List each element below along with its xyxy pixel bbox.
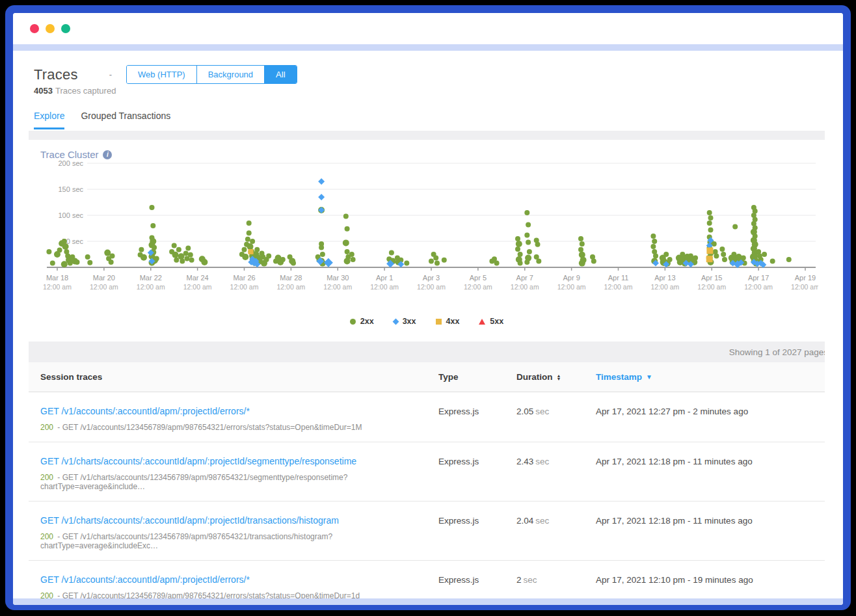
sort-both-icon: ▲▼	[557, 374, 561, 381]
trace-detail: 200 - GET /v1/accounts/123456789/apm/987…	[40, 591, 438, 598]
trace-cluster-chart: 200 sec150 sec100 sec50 secMar 1812:00 a…	[35, 161, 818, 312]
column-label: Type	[438, 372, 459, 382]
titlebar[interactable]	[13, 13, 843, 44]
pagination-text: Showing 1 of 2027 pages	[729, 347, 825, 357]
timestamp-cell: Apr 17, 2021 12:18 pm - 11 minutes ago	[596, 515, 825, 526]
duration-value: 2.43	[516, 457, 533, 466]
duration-cell: 2sec	[516, 574, 596, 585]
table-body: GET /v1/accounts/:accountId/apm/:project…	[29, 392, 825, 598]
svg-text:Mar 30: Mar 30	[327, 274, 349, 282]
tab-bar: ExploreGrouped Transactions	[29, 111, 825, 129]
status-code-badge: 200	[40, 473, 53, 482]
trace-link[interactable]: GET /v1/accounts/:accountId/apm/:project…	[40, 574, 250, 585]
series-2xx-points[interactable]	[46, 205, 791, 267]
legend-label: 4xx	[446, 317, 460, 326]
svg-text:12:00 am: 12:00 am	[511, 283, 539, 291]
table-row[interactable]: GET /v1/accounts/:accountId/apm/:project…	[29, 392, 825, 442]
square-marker-icon	[436, 319, 442, 325]
svg-text:12:00 am: 12:00 am	[43, 283, 72, 291]
chart-title: Trace Cluster	[40, 149, 98, 160]
column-header-duration[interactable]: Duration▲▼	[516, 372, 596, 382]
duration-cell: 2.43sec	[516, 455, 596, 466]
svg-text:12:00 am: 12:00 am	[90, 283, 118, 291]
table-row[interactable]: GET /v1/charts/accounts/:accountId/apm/:…	[29, 442, 825, 502]
legend-item-5xx[interactable]: 5xx	[479, 317, 503, 326]
svg-text:12:00 am: 12:00 am	[464, 283, 492, 291]
column-header-timestamp[interactable]: Timestamp▼	[596, 372, 825, 382]
svg-text:Apr 7: Apr 7	[516, 274, 533, 282]
svg-text:150 sec: 150 sec	[58, 185, 83, 193]
timestamp-cell: Apr 17, 2021 12:10 pm - 19 minutes ago	[596, 574, 825, 585]
duration-unit: sec	[535, 516, 549, 526]
filter-button-background[interactable]: Background	[197, 66, 265, 83]
type-cell: Express.js	[438, 405, 516, 416]
svg-text:Mar 22: Mar 22	[140, 274, 162, 282]
svg-text:12:00 am: 12:00 am	[604, 283, 633, 291]
table-row[interactable]: GET /v1/charts/accounts/:accountId/apm/:…	[29, 502, 825, 561]
svg-text:Mar 18: Mar 18	[46, 274, 68, 282]
legend-item-4xx[interactable]: 4xx	[436, 317, 460, 326]
filter-button-all[interactable]: All	[265, 66, 296, 83]
trace-detail: 200 - GET /v1/accounts/123456789/apm/987…	[40, 423, 438, 432]
table-row[interactable]: GET /v1/accounts/:accountId/apm/:project…	[29, 561, 825, 598]
sort-desc-icon: ▼	[646, 373, 652, 381]
svg-text:Apr 15: Apr 15	[701, 274, 722, 282]
svg-text:200 sec: 200 sec	[58, 161, 83, 167]
column-label: Duration	[516, 372, 553, 382]
traces-count: 4053	[34, 86, 53, 96]
duration-cell: 2.05sec	[516, 405, 596, 416]
trace-cell: GET /v1/accounts/:accountId/apm/:project…	[40, 574, 438, 598]
session-traces-table: Session tracesTypeDuration▲▼Timestamp▼ G…	[29, 362, 825, 598]
trace-link[interactable]: GET /v1/charts/accounts/:accountId/apm/:…	[40, 515, 339, 526]
svg-text:12:00 am: 12:00 am	[697, 283, 726, 291]
svg-text:Apr 17: Apr 17	[748, 274, 769, 282]
duration-value: 2	[516, 575, 522, 585]
duration-unit: sec	[535, 407, 549, 416]
duration-unit: sec	[524, 575, 537, 585]
gray-backdrop: Trace Cluster i 200 sec150 sec100 sec50 …	[29, 131, 825, 598]
svg-text:100 sec: 100 sec	[58, 211, 83, 219]
column-label: Session traces	[40, 372, 102, 382]
legend-item-3xx[interactable]: 3xx	[394, 317, 416, 326]
top-divider-strip	[13, 44, 843, 51]
legend-item-2xx[interactable]: 2xx	[350, 317, 374, 326]
svg-text:12:00 am: 12:00 am	[276, 283, 305, 291]
svg-text:12:00 am: 12:00 am	[417, 283, 446, 291]
status-code-badge: 200	[40, 423, 53, 432]
tab-grouped-transactions[interactable]: Grouped Transactions	[81, 111, 170, 129]
trace-link[interactable]: GET /v1/accounts/:accountId/apm/:project…	[40, 406, 250, 416]
svg-text:Mar 24: Mar 24	[187, 274, 209, 282]
svg-text:12:00 am: 12:00 am	[370, 283, 399, 291]
status-code-badge: 200	[40, 591, 53, 598]
close-traffic-light-icon[interactable]	[30, 24, 39, 33]
timestamp-cell: Apr 17, 2021 12:18 pm - 11 minutes ago	[596, 455, 825, 466]
svg-text:12:00 am: 12:00 am	[230, 283, 259, 291]
tab-explore[interactable]: Explore	[34, 111, 64, 129]
type-cell: Express.js	[438, 515, 516, 526]
svg-text:12:00 am: 12:00 am	[557, 283, 586, 291]
circle-marker-icon	[350, 319, 356, 325]
table-header: Session tracesTypeDuration▲▼Timestamp▼	[29, 362, 825, 392]
trace-cluster-card: Trace Cluster i 200 sec150 sec100 sec50 …	[29, 140, 825, 341]
svg-text:Apr 19: Apr 19	[795, 274, 816, 282]
filter-button-web-http[interactable]: Web (HTTP)	[127, 66, 197, 83]
pagination-row: Showing 1 of 2027 pages	[29, 341, 825, 362]
window-frame: Traces - Web (HTTP)BackgroundAll 4053Tra…	[5, 5, 851, 610]
info-icon[interactable]: i	[103, 150, 112, 159]
svg-text:Apr 11: Apr 11	[608, 274, 629, 282]
minimize-traffic-light-icon[interactable]	[46, 24, 55, 33]
svg-text:Apr 5: Apr 5	[470, 274, 487, 282]
trace-link[interactable]: GET /v1/charts/accounts/:accountId/apm/:…	[40, 456, 356, 466]
svg-text:Mar 28: Mar 28	[280, 274, 302, 282]
maximize-traffic-light-icon[interactable]	[61, 24, 70, 33]
svg-text:12:00 am: 12:00 am	[791, 283, 818, 291]
page-title: Traces	[34, 66, 78, 83]
trace-cell: GET /v1/charts/accounts/:accountId/apm/:…	[40, 515, 438, 550]
timestamp-cell: Apr 17, 2021 12:27 pm - 2 minutes ago	[596, 405, 825, 416]
filter-group: Web (HTTP)BackgroundAll	[126, 65, 297, 84]
column-header-type: Type	[438, 372, 516, 382]
svg-text:12:00 am: 12:00 am	[183, 283, 212, 291]
svg-text:Apr 9: Apr 9	[563, 274, 580, 282]
svg-text:Apr 1: Apr 1	[376, 274, 393, 282]
column-label: Timestamp	[596, 372, 642, 382]
